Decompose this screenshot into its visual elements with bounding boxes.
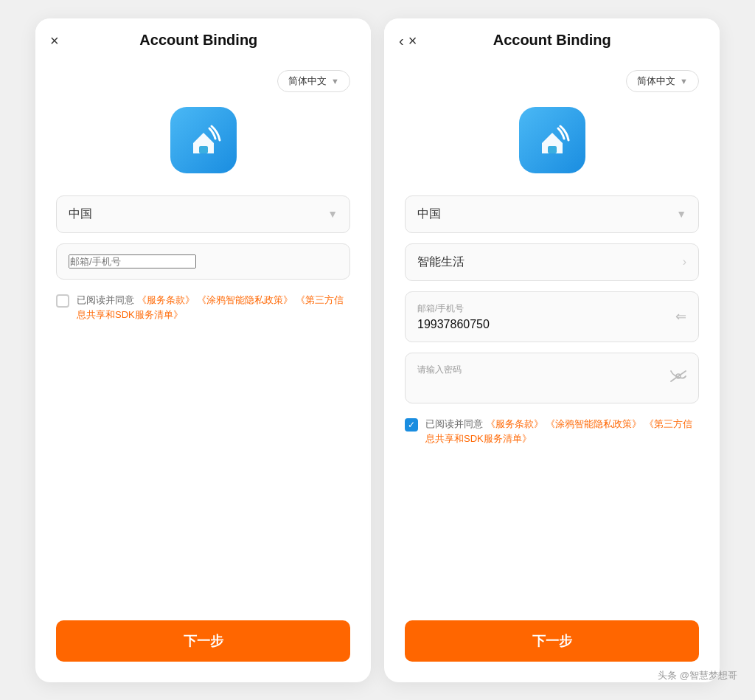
left-privacy-link[interactable]: 《涂鸦智能隐私政策》 — [197, 294, 293, 305]
right-back-icon[interactable]: ‹ — [399, 33, 404, 48]
right-agreement-checkbox[interactable] — [405, 418, 418, 432]
right-email-field-wrap: 邮箱/手机号 19937860750 ⇐ — [405, 291, 699, 342]
right-language-selector[interactable]: 简体中文 ▼ — [626, 70, 699, 92]
left-panel: × Account Binding 简体中文 ▼ — [35, 18, 371, 682]
right-country-field[interactable]: 中国 ▼ — [405, 195, 699, 233]
right-panel-body: 简体中文 ▼ 中国 ▼ — [384, 63, 720, 682]
right-app-field[interactable]: 智能生活 › — [405, 243, 699, 281]
left-country-arrow-icon: ▼ — [327, 208, 338, 220]
right-panel-title: Account Binding — [417, 32, 687, 49]
left-app-icon — [170, 107, 237, 173]
right-country-arrow-icon: ▼ — [676, 208, 686, 220]
left-close-icon[interactable]: × — [50, 33, 59, 48]
right-agreement-text: 已阅读并同意 《服务条款》 《涂鸦智能隐私政策》 《第三方信息共享和SDK服务清… — [425, 417, 699, 448]
panels-container: × Account Binding 简体中文 ▼ — [35, 18, 720, 682]
right-app-arrow-icon: › — [683, 255, 686, 268]
left-language-label: 简体中文 — [288, 74, 327, 88]
left-panel-body: 简体中文 ▼ 中国 ▼ — [35, 63, 371, 682]
right-password-field-wrap: 请输入密码 — [405, 353, 699, 403]
right-agreement-row: 已阅读并同意 《服务条款》 《涂鸦智能隐私政策》 《第三方信息共享和SDK服务清… — [405, 417, 699, 448]
left-terms-link[interactable]: 《服务条款》 — [137, 294, 195, 305]
right-email-field-label: 邮箱/手机号 — [417, 302, 675, 315]
right-panel: ‹ × Account Binding 简体中文 ▼ — [384, 18, 720, 682]
right-password-visibility-icon[interactable] — [670, 370, 686, 386]
watermark: 头条 @智慧梦想哥 — [658, 669, 737, 682]
right-close-icon[interactable]: × — [408, 33, 417, 48]
left-language-chevron-icon: ▼ — [331, 77, 339, 86]
left-next-button[interactable]: 下一步 — [56, 620, 350, 662]
left-language-selector[interactable]: 简体中文 ▼ — [277, 70, 350, 92]
right-email-clear-icon[interactable]: ⇐ — [675, 308, 686, 325]
left-panel-title: Account Binding — [59, 32, 338, 49]
svg-rect-0 — [199, 146, 208, 153]
right-terms-link[interactable]: 《服务条款》 — [486, 418, 543, 429]
right-next-button[interactable]: 下一步 — [405, 620, 699, 662]
right-email-value: 19937860750 — [417, 318, 675, 331]
right-password-field-label: 请输入密码 — [417, 364, 670, 376]
right-language-chevron-icon: ▼ — [680, 77, 688, 86]
right-password-input[interactable] — [417, 379, 670, 392]
right-country-value: 中国 — [417, 207, 441, 222]
right-privacy-link[interactable]: 《涂鸦智能隐私政策》 — [546, 418, 641, 429]
svg-rect-1 — [548, 146, 557, 153]
right-app-icon-wrap — [405, 107, 699, 173]
left-agreement-checkbox[interactable] — [56, 294, 69, 308]
left-email-input[interactable] — [69, 254, 196, 268]
right-language-label: 简体中文 — [637, 74, 675, 88]
right-app-logo-icon — [532, 119, 573, 161]
left-country-value: 中国 — [69, 207, 92, 222]
left-country-field[interactable]: 中国 ▼ — [56, 195, 350, 233]
left-app-icon-wrap — [56, 107, 350, 173]
left-email-field-wrap[interactable] — [56, 243, 350, 280]
left-panel-header: × Account Binding — [35, 18, 371, 63]
left-app-logo-icon — [183, 119, 224, 161]
right-app-icon — [519, 107, 585, 173]
right-panel-header: ‹ × Account Binding — [384, 18, 720, 63]
left-agreement-row: 已阅读并同意 《服务条款》 《涂鸦智能隐私政策》 《第三方信息共享和SDK服务清… — [56, 293, 350, 324]
left-agreement-text: 已阅读并同意 《服务条款》 《涂鸦智能隐私政策》 《第三方信息共享和SDK服务清… — [77, 293, 350, 324]
right-app-value: 智能生活 — [417, 254, 465, 270]
